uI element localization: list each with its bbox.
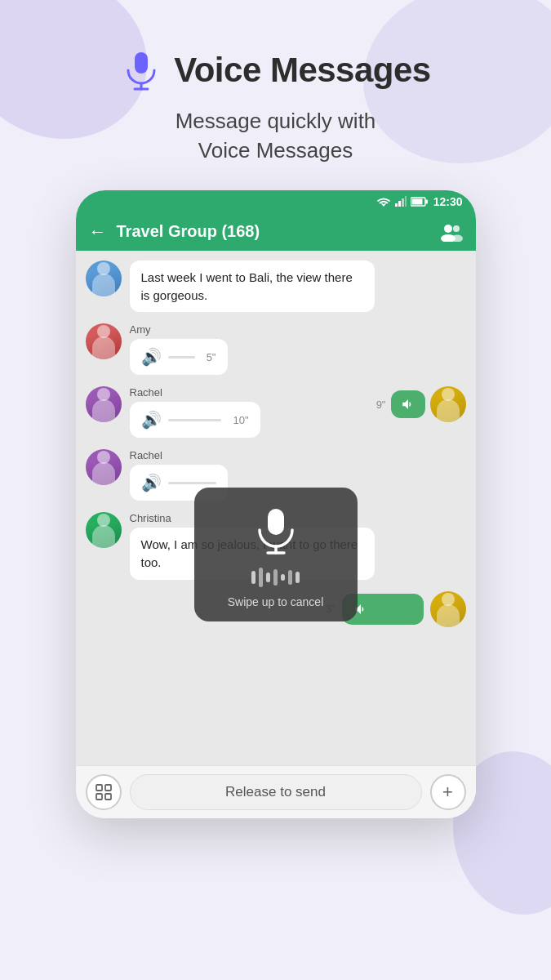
app-bar: ← Travel Group (168) [76, 213, 476, 251]
msg-content: Rachel 🔊 10" [130, 386, 260, 438]
battery-icon [411, 197, 429, 207]
voice-wave-icon: 🔊 [141, 473, 162, 492]
voice-duration: 10" [233, 414, 248, 426]
msg-content: Amy 🔊 5" [130, 323, 228, 375]
voice-wave-icon: 🔊 [141, 410, 162, 430]
group-icon[interactable] [440, 222, 463, 242]
voice-bubble[interactable]: 🔊 5" [130, 339, 228, 375]
svg-rect-9 [411, 198, 422, 204]
header-section: Voice Messages Message quickly withVoice… [0, 0, 551, 190]
sender-name: Amy [130, 323, 228, 336]
grid-icon [95, 783, 113, 801]
chat-area: Last week I went to Bali, the view there… [76, 251, 476, 765]
recording-mic-icon [250, 504, 302, 556]
svg-rect-15 [268, 509, 284, 535]
svg-rect-7 [405, 196, 407, 207]
svg-rect-21 [105, 794, 111, 800]
svg-rect-6 [402, 198, 404, 207]
group-title: Travel Group (168) [117, 222, 430, 241]
avatar [430, 386, 466, 422]
plus-button[interactable]: + [430, 774, 466, 810]
back-button[interactable]: ← [89, 221, 107, 243]
status-bar: 12:30 [76, 190, 476, 213]
svg-rect-4 [395, 203, 398, 207]
avatar [86, 323, 122, 359]
signal-icon [395, 196, 407, 207]
phone-mockup: 12:30 ← Travel Group (168) Last week I w… [76, 190, 476, 818]
svg-rect-18 [96, 785, 102, 791]
svg-point-11 [444, 225, 452, 233]
outgoing-voice-bubble[interactable] [391, 390, 425, 418]
avatar [86, 386, 122, 422]
svg-point-12 [453, 225, 460, 232]
message-row: Amy 🔊 5" [86, 323, 466, 375]
outgoing-voice-inline: 9" [376, 386, 466, 422]
avatar [86, 449, 122, 485]
header-title-row: Voice Messages [0, 49, 551, 91]
svg-rect-5 [398, 201, 401, 207]
header-title: Voice Messages [174, 51, 430, 90]
avatar [86, 261, 122, 296]
release-to-send-button[interactable]: Release to send [130, 774, 422, 810]
wifi-icon [376, 196, 391, 207]
message-row: Rachel 🔊 10" 9" [86, 386, 466, 438]
bottom-bar: Release to send + [76, 765, 476, 818]
message-row: Last week I went to Bali, the view there… [86, 261, 466, 313]
sender-name: Rachel [130, 449, 228, 461]
avatar [86, 512, 122, 548]
svg-rect-0 [135, 52, 148, 74]
sender-name: Rachel [130, 386, 260, 399]
voice-send-icon [401, 397, 415, 412]
swipe-cancel-text: Swipe up to cancel [228, 595, 324, 608]
recording-wave-bars [251, 568, 300, 587]
avatar [430, 591, 466, 627]
voice-duration: 5" [207, 351, 216, 363]
recording-overlay: Swipe up to cancel [194, 488, 358, 621]
grid-button[interactable] [86, 774, 122, 810]
mic-icon-large [120, 49, 162, 91]
message-bubble: Last week I went to Bali, the view there… [130, 261, 375, 313]
voice-bubble[interactable]: 🔊 10" [130, 402, 260, 438]
header-subtitle: Message quickly withVoice Messages [0, 106, 551, 166]
msg-content: Last week I went to Bali, the view there… [130, 261, 375, 313]
svg-marker-3 [380, 203, 387, 207]
voice-wave-icon: 🔊 [141, 347, 162, 367]
plus-icon: + [442, 782, 453, 803]
svg-rect-20 [96, 794, 102, 800]
status-time: 12:30 [433, 195, 463, 208]
release-label: Release to send [225, 784, 326, 800]
status-icons [376, 196, 429, 207]
svg-rect-19 [105, 785, 111, 791]
svg-rect-10 [425, 199, 428, 203]
